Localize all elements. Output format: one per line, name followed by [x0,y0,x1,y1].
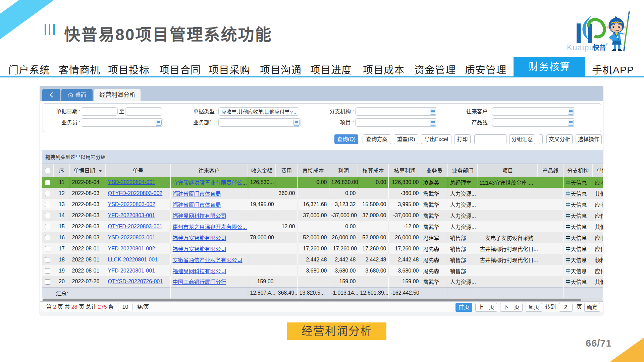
svg-text:®: ® [606,43,608,46]
svg-text:快普: 快普 [593,44,606,51]
svg-text:Kuaipu: Kuaipu [567,43,594,52]
